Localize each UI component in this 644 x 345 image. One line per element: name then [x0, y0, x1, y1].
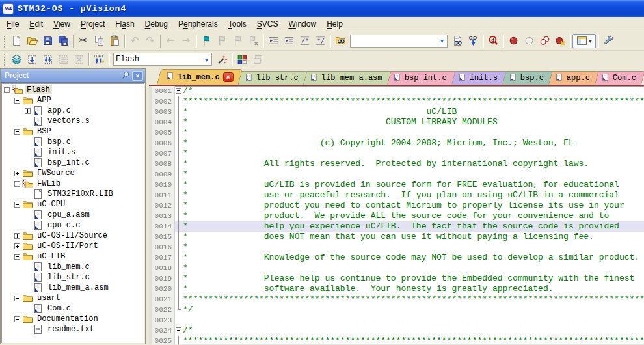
tree-item-cpu-c-c[interactable]: cpu_c.c — [1, 220, 144, 230]
search-combo-input[interactable] — [351, 36, 437, 46]
tree-item-uc-cpu[interactable]: uC-CPU — [1, 199, 144, 210]
target-select-dropdown-icon[interactable]: ▾ — [202, 56, 211, 63]
tree-item-stm32f10xr-lib[interactable]: STM32F10xR.LIB — [1, 189, 144, 199]
tab-close-button[interactable]: × — [223, 72, 234, 82]
window-layout-button[interactable]: ▾ — [572, 34, 596, 48]
expander-minus-icon[interactable] — [14, 296, 20, 301]
bookmark-next-button[interactable] — [230, 34, 245, 48]
tree-item-lib-mem-c[interactable]: lib_mem.c — [1, 262, 144, 272]
indent-button[interactable] — [281, 34, 297, 48]
bookmark-clear-all-button[interactable] — [245, 34, 261, 48]
toolbar-drag-handle[interactable] — [3, 34, 7, 48]
batch-build-button[interactable] — [55, 52, 71, 66]
tree-item-documentation[interactable]: Documentation — [1, 314, 144, 324]
save-all-button[interactable] — [55, 34, 71, 48]
expander-minus-icon[interactable] — [14, 181, 20, 187]
manage-components-button[interactable] — [234, 52, 250, 66]
pin-icon[interactable] — [120, 71, 131, 81]
tree-item-bsp-int-c[interactable]: bsp_int.c — [1, 158, 144, 168]
quick-find-button[interactable]: d — [485, 34, 501, 48]
tab-init-s[interactable]: init.s — [449, 71, 507, 85]
open-file-button[interactable] — [24, 34, 40, 48]
tree-item-uc-os-ii-source[interactable]: uC-OS-II/Source — [1, 230, 144, 241]
copy-button[interactable] — [91, 34, 107, 48]
tab-bsp-int-c[interactable]: bsp_int.c — [384, 71, 455, 85]
expander-plus-icon[interactable] — [25, 108, 31, 114]
undo-button[interactable]: ↶ — [127, 34, 142, 48]
project-tree[interactable]: FlashAPPapp.cvectors.sBSPbsp.cinit.sbsp_… — [1, 83, 144, 343]
find-button[interactable] — [449, 34, 465, 48]
search-combo[interactable]: ▾ — [350, 34, 448, 48]
tab-com-c[interactable]: Com.c — [592, 71, 644, 85]
tab-lib-mem-a-asm[interactable]: lib_mem_a.asm — [301, 71, 391, 85]
expander-minus-icon[interactable] — [14, 98, 20, 104]
toolbar-drag-handle[interactable] — [3, 53, 7, 66]
window-layout-caret-icon[interactable]: ▾ — [589, 38, 592, 44]
expander-minus-icon[interactable] — [14, 316, 20, 322]
breakpoint-disable-all-button[interactable] — [537, 34, 552, 48]
tree-item-fwlib[interactable]: FWLib — [1, 178, 144, 189]
tab-lib-str-c[interactable]: lib_str.c — [235, 71, 307, 85]
tree-item-lib-mem-a-asm[interactable]: lib_mem_a.asm — [1, 283, 144, 293]
unindent-button[interactable] — [265, 34, 281, 48]
fold-collapse-icon[interactable] — [176, 327, 181, 333]
new-file-button[interactable] — [8, 34, 24, 48]
tree-item-usart[interactable]: usart — [1, 293, 144, 303]
tree-item-uc-os-ii-port[interactable]: uC-OS-II/Port — [1, 241, 144, 251]
tree-item-lib-str-c[interactable]: lib_str.c — [1, 272, 144, 283]
navigate-back-button[interactable]: ← — [163, 34, 178, 48]
fold-margin[interactable] — [175, 86, 183, 96]
tree-item-bsp[interactable]: BSP — [1, 126, 144, 137]
breakpoint-toggle-button[interactable] — [505, 34, 521, 48]
search-combo-dropdown-icon[interactable]: ▾ — [437, 37, 447, 44]
uncomment-selection-button[interactable]: */ — [312, 34, 328, 48]
paste-button[interactable] — [107, 34, 122, 48]
menu-window[interactable]: Window — [283, 18, 321, 30]
tree-item-cpu-a-asm[interactable]: cpu_a.asm — [1, 210, 144, 220]
build-button[interactable] — [24, 52, 40, 66]
bookmark-previous-button[interactable] — [214, 34, 230, 48]
menu-peripherals[interactable]: Peripherals — [173, 18, 223, 30]
translate-button[interactable] — [8, 52, 24, 66]
expander-minus-icon[interactable] — [14, 254, 20, 260]
expander-plus-icon[interactable] — [14, 171, 20, 176]
tree-item-flash[interactable]: Flash — [1, 85, 144, 95]
breakpoint-kill-all-button[interactable] — [552, 34, 568, 48]
tree-item-init-s[interactable]: init.s — [1, 147, 144, 158]
tab-bsp-c[interactable]: bsp.c — [500, 71, 553, 85]
tree-item-vectors-s[interactable]: vectors.s — [1, 116, 144, 126]
tree-item-uc-lib[interactable]: uC-LIB — [1, 251, 144, 262]
menu-svcs[interactable]: SVCS — [252, 18, 284, 30]
expander-plus-icon[interactable] — [14, 233, 20, 239]
incremental-find-button[interactable] — [465, 34, 481, 48]
menu-file[interactable]: File — [1, 18, 24, 30]
fold-margin[interactable] — [175, 325, 183, 336]
expander-minus-icon[interactable] — [14, 202, 20, 208]
tab-app-c[interactable]: app.c — [546, 71, 599, 85]
tree-item-bsp-c[interactable]: bsp.c — [1, 137, 144, 147]
cut-button[interactable]: ✂ — [75, 34, 91, 48]
menu-edit[interactable]: Edit — [24, 18, 48, 30]
file-extensions-button[interactable] — [250, 52, 265, 66]
target-select[interactable]: ▾ — [113, 53, 212, 66]
download-flash-button[interactable]: LOAD — [91, 52, 107, 66]
bookmark-toggle-button[interactable] — [198, 34, 214, 48]
menu-help[interactable]: Help — [321, 18, 348, 30]
expander-minus-icon[interactable] — [14, 129, 20, 135]
tab-lib-mem-c[interactable]: lib_mem.c× — [157, 69, 243, 85]
navigate-forward-button[interactable]: → — [178, 34, 194, 48]
find-in-files-button[interactable] — [332, 34, 348, 48]
tree-item-readme-txt[interactable]: readme.txt — [1, 324, 144, 335]
expander-plus-icon[interactable] — [14, 243, 20, 249]
close-icon[interactable]: × — [132, 71, 143, 81]
menu-project[interactable]: Project — [75, 18, 110, 30]
comment-selection-button[interactable]: /* — [297, 34, 312, 48]
expander-minus-icon[interactable] — [4, 87, 10, 93]
menu-flash[interactable]: Flash — [110, 18, 139, 30]
tree-item-app[interactable]: APP — [1, 95, 144, 105]
configure-button[interactable] — [600, 34, 616, 48]
tree-item-fwsource[interactable]: FWSource — [1, 168, 144, 178]
menu-view[interactable]: View — [48, 18, 75, 30]
target-select-input[interactable] — [114, 54, 202, 64]
redo-button[interactable]: ↷ — [142, 34, 158, 48]
